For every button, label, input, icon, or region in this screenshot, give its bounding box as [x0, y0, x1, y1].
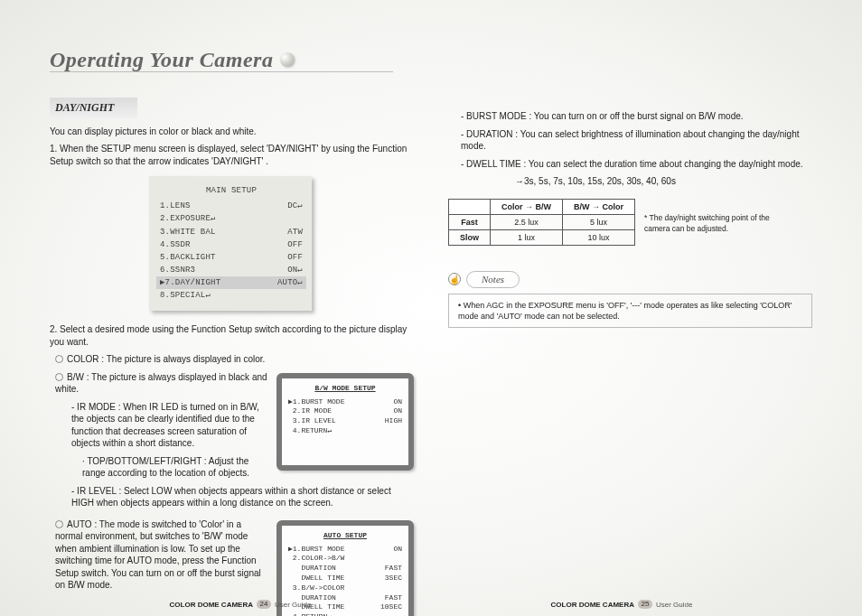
main-menu-box: MAIN SETUP 1.LENSDC↵ 2.EXPOSURE↵ 3.WHITE…	[149, 176, 312, 311]
menu-row: 2.EXPOSURE↵	[156, 212, 306, 225]
page-number-right: 25	[638, 600, 652, 609]
osd-row: ▶1.BURST MODEON	[286, 545, 404, 555]
option-color: COLOR : The picture is always displayed …	[55, 353, 414, 366]
duration-text: - DURATION : You can select brightness o…	[461, 128, 812, 153]
th-bw-color: B/W → Color	[563, 199, 635, 214]
menu-row: 1.LENSDC↵	[156, 200, 306, 212]
footer-guide: User Guide	[656, 601, 692, 609]
intro-text: You can display pictures in color or bla…	[50, 126, 414, 138]
menu-row: 4.SSDROFF	[156, 238, 306, 251]
hand-icon: ☝	[448, 273, 461, 285]
section-heading: DAY/NIGHT	[50, 98, 137, 117]
dwell-values: →3s, 5s, 7s, 10s, 15s, 20s, 30s, 40, 60s	[515, 175, 812, 188]
footer-brand: COLOR DOME CAMERA	[170, 601, 253, 609]
page-number-left: 24	[257, 600, 271, 609]
page-title: Operating Your Camera	[50, 45, 414, 74]
table-footnote: * The day/night switching point of the c…	[644, 213, 784, 234]
notes-label-text: Notes	[466, 271, 520, 288]
footer-right: COLOR DOME CAMERA 25 User Guide	[551, 600, 693, 609]
osd-row: 2.COLOR->B/W	[286, 554, 404, 564]
menu-row: 6.SSNR3ON↵	[156, 264, 306, 276]
main-menu-title: MAIN SETUP	[156, 185, 306, 196]
row-slow: Slow	[449, 229, 491, 245]
step-1: 1. When the SETUP menu screen is display…	[50, 143, 414, 167]
footer-guide: User Guide	[275, 601, 311, 609]
burst-mode-text: - BURST MODE : You can turn on or off th…	[461, 110, 812, 123]
menu-row: 8.SPECIAL↵	[156, 289, 306, 302]
osd-row: 2.IR MODEON	[286, 406, 404, 416]
row-fast: Fast	[449, 214, 491, 229]
auto-osd-title: AUTO SETUP	[286, 531, 404, 541]
page-footers: COLOR DOME CAMERA 24 User Guide COLOR DO…	[50, 600, 812, 609]
th-color-bw: Color → B/W	[491, 199, 563, 214]
headline-underline	[50, 71, 393, 72]
osd-row: 4.RETURN↵	[286, 426, 404, 436]
menu-row: 5.BACKLIGHTOFF	[156, 251, 306, 264]
osd-row: DWELL TIME3SEC	[286, 574, 404, 583]
footer-left: COLOR DOME CAMERA 24 User Guide	[170, 600, 312, 609]
osd-row: DURATIONFAST	[286, 564, 404, 574]
ir-level-text: - IR LEVEL : Select LOW when objects app…	[71, 485, 414, 509]
osd-row: 3.B/W->COLOR	[286, 583, 404, 593]
notes-box: • When AGC in the EXPOSURE menu is 'OFF'…	[448, 294, 812, 328]
notes-heading: ☝ Notes	[448, 271, 812, 288]
osd-row: 4.RETURN↵	[286, 612, 404, 616]
osd-row: 3.IR LEVELHIGH	[286, 416, 404, 426]
menu-row-selected: ▶7.DAY/NIGHTAUTO↵	[156, 276, 306, 289]
dwell-text: - DWELL TIME : You can select the durati…	[461, 158, 812, 171]
footer-brand: COLOR DOME CAMERA	[551, 601, 634, 609]
bw-osd-title: B/W MODE SETUP	[286, 384, 404, 394]
osd-row: ▶1.BURST MODEON	[286, 397, 404, 407]
bw-osd-box: B/W MODE SETUP ▶1.BURST MODEON 2.IR MODE…	[276, 373, 414, 471]
switching-table: Color → B/WB/W → Color Fast2.5 lux5 lux …	[448, 199, 635, 246]
menu-row: 3.WHITE BALATW	[156, 226, 306, 238]
page-title-text: Operating Your Camera	[50, 45, 273, 74]
headline-icon	[280, 52, 295, 67]
step-2: 2. Select a desired mode using the Funct…	[50, 323, 414, 348]
